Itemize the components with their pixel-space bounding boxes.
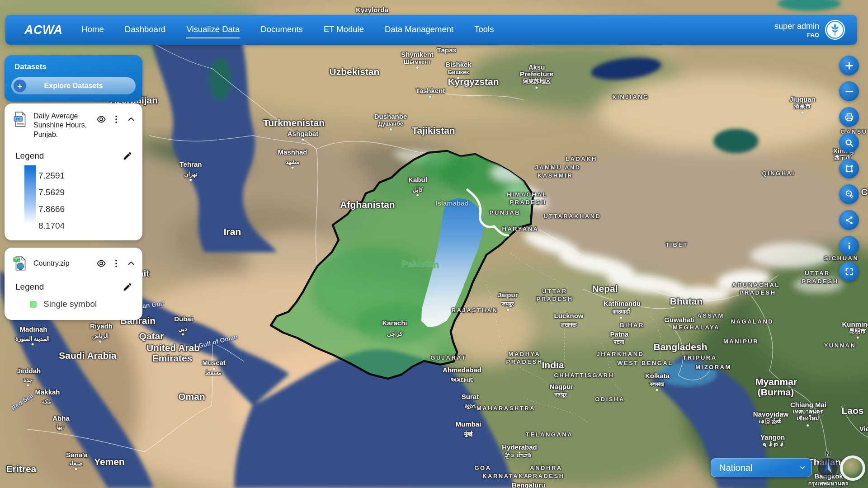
legend-title: Legend [15,282,44,292]
collapse-chevron-icon[interactable] [126,258,136,268]
map-label: دبي [178,325,187,332]
map-label: تهران [184,171,198,178]
map-label: काठमाडौं [613,309,630,315]
map-label: Myanmar [755,376,797,387]
map-label: Тараз [437,46,456,54]
map-label: KARNATAKA [482,473,529,479]
map-label: PRADESH [509,199,546,206]
map-label: Шымкент [404,59,430,65]
level-dropdown-value: National [719,463,752,473]
measure-icon [844,189,854,200]
map-label: UTTAR [805,270,830,277]
map-label: 昆明市 [849,328,866,335]
legend-value: 7.2591 [38,171,65,181]
map-label: અમદાવાદ [451,377,473,384]
map-label: United Arab [146,343,200,353]
visibility-eye-icon[interactable] [96,258,106,268]
legend-title: Legend [15,151,44,161]
map-label: LADAKH [566,155,597,162]
map-label: ARUNACHAL [732,282,780,288]
edit-legend-pencil-icon[interactable] [123,151,132,161]
map-label: XINJIANG [612,94,649,100]
map-label: TIBET [665,241,688,248]
compass-needle-icon [817,457,838,478]
map-label: Kyzylorda [356,6,388,14]
measure-button[interactable] [839,184,859,204]
map-label: Kabul [408,176,427,183]
print-icon [844,112,854,122]
plus-icon: + [14,80,26,92]
globe-view-button[interactable] [840,455,865,481]
share-button[interactable] [839,210,859,230]
map-label: Kunming [842,320,868,328]
map-label: مسقط [205,369,222,376]
map-label: मुंबई [464,431,472,438]
map-label: HARYANA [502,225,539,232]
explore-datasets-button[interactable]: + Explore Datasets [11,77,136,94]
map-label: Nepal [592,283,618,294]
nav-item-documents[interactable]: Documents [260,22,303,38]
search-button[interactable] [839,133,859,153]
info-button[interactable] [839,236,859,256]
zoom-in-button[interactable] [839,56,859,75]
map-label: RAJASTHAN [452,307,498,314]
map-label: PRADESH [739,289,776,296]
map-label: JHARKHAND [597,351,644,357]
map-label: Sana'a [66,451,88,459]
map-label: Laos [841,405,863,416]
map-label: MAHARASHTRA [476,405,535,412]
chevron-down-icon [799,464,806,471]
user-account[interactable]: super admin FAO [774,19,845,40]
map-label: Iran [224,226,241,237]
map-label: Pakistan [402,259,439,270]
map-label: Mashhad [278,148,307,156]
zoom-in-icon [844,61,854,71]
map-label: Mumbai [456,420,481,428]
map-label: Ahmedabad [443,366,481,374]
map-label: Islamabad [435,199,468,207]
compass-control[interactable]: N [816,450,839,478]
zoom-out-button[interactable] [839,81,859,101]
print-button[interactable] [839,107,859,127]
select-area-icon [844,164,854,174]
level-dropdown[interactable]: National [711,458,812,477]
collapse-chevron-icon[interactable] [126,114,136,124]
map-label: QINGHAI [762,170,795,177]
edit-legend-pencil-icon[interactable] [123,282,132,292]
map-label: Emirates [152,353,193,364]
kebab-menu-icon[interactable] [111,258,121,268]
map-label: المدينة المنورة [15,335,50,342]
nav-item-et-module[interactable]: ET Module [324,22,364,38]
map-label: Dubai [174,315,193,323]
nav-item-home[interactable]: Home [82,22,104,38]
dataset-card-country: SHP Country.zip Legend Single symbol [5,248,142,320]
single-symbol-row: Single symbol [30,299,136,309]
map-label: TELANGANA [526,431,573,438]
map-label: Eritrea [6,464,37,474]
map-label: Turkmenistan [263,117,325,128]
nav-item-tools[interactable]: Tools [474,22,494,38]
visibility-eye-icon[interactable] [96,114,106,124]
datasets-header: Datasets + Explore Datasets [5,55,142,102]
fullscreen-button[interactable] [839,262,859,282]
nav-item-visualize-data[interactable]: Visualize Data [186,22,240,38]
map-label: Afghanistan [340,199,395,210]
map-label: Bengaluru [512,481,545,488]
share-icon [844,215,854,225]
map-label: PUNJAB [490,209,520,216]
map-label: PRADESH [506,358,542,365]
map-label: Navoyidaw [753,410,788,418]
select-area-button[interactable] [839,159,859,178]
map-label: صنعاء [69,460,83,467]
nav-item-data-management[interactable]: Data Management [385,22,453,38]
nav-menu: HomeDashboardVisualize DataDocumentsET M… [82,22,774,38]
map-label: जयपुर [501,301,514,308]
kebab-menu-icon[interactable] [111,114,121,124]
map-label: Tajikistan [412,125,455,136]
legend-gradient-ramp: 7.25917.56297.86668.1704 [24,164,136,233]
map-label: กรุงเทพมหานคร [808,479,848,488]
map-label: كابل [413,186,423,193]
map-label: Madinah [20,325,47,333]
nav-item-dashboard[interactable]: Dashboard [125,22,166,38]
map-label: पटना [613,339,624,346]
